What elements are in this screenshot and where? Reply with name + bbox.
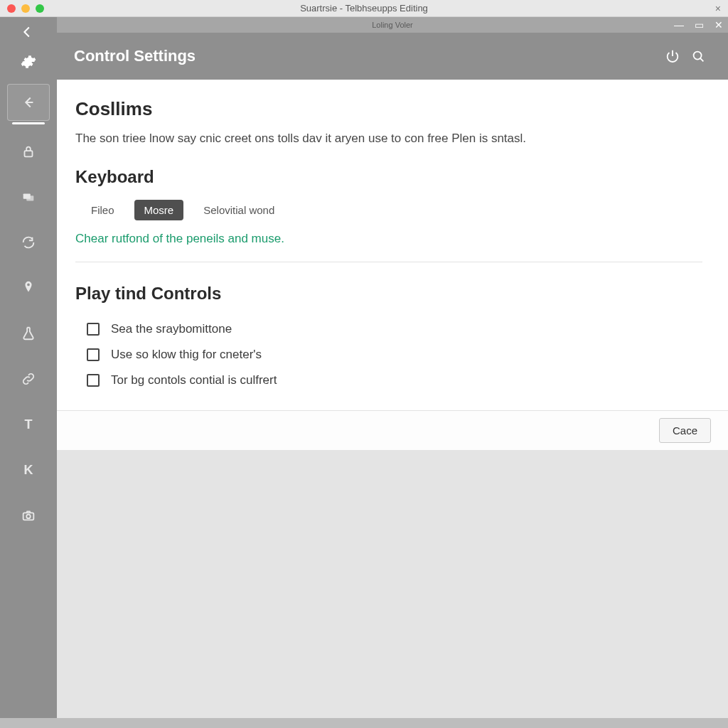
search-button[interactable] bbox=[685, 43, 711, 69]
sidebar-active-underline bbox=[12, 122, 45, 124]
section-keyboard-title: Keyboard bbox=[75, 167, 702, 187]
lock-icon bbox=[21, 144, 36, 159]
sidebar-item-letter-t[interactable]: T bbox=[7, 406, 50, 443]
window-close-button[interactable]: ✕ bbox=[714, 20, 724, 30]
content-scroll[interactable]: Cosllims The son triee lnow say cnic cre… bbox=[57, 80, 728, 410]
app-sub-title: Loling Voler bbox=[372, 21, 413, 29]
section-cosllims-desc: The son triee lnow say cnic creet ons to… bbox=[75, 130, 702, 147]
traffic-lights bbox=[7, 4, 44, 13]
window-minimize-button[interactable]: — bbox=[674, 20, 684, 30]
svg-rect-0 bbox=[25, 151, 33, 156]
check-row-2: Tor bg contols contial is culfrert bbox=[75, 368, 702, 393]
tab-fileo[interactable]: Fileo bbox=[81, 200, 124, 220]
sidebar-top-back-icon[interactable] bbox=[20, 24, 37, 41]
os-close-button[interactable]: × bbox=[715, 3, 721, 14]
svg-rect-2 bbox=[26, 196, 33, 200]
sidebar-item-back[interactable] bbox=[7, 84, 50, 121]
search-icon bbox=[690, 48, 706, 64]
checkbox-0[interactable] bbox=[87, 323, 100, 336]
sidebar-item-letter-k[interactable]: K bbox=[7, 451, 50, 488]
checkbox-1[interactable] bbox=[87, 348, 100, 361]
window-maximize-button[interactable]: ▭ bbox=[694, 20, 704, 30]
svg-point-4 bbox=[26, 515, 31, 519]
page-header: Control Settings bbox=[57, 33, 728, 80]
sidebar-item-cards[interactable] bbox=[7, 178, 50, 215]
sidebar: T K bbox=[0, 17, 57, 718]
app-sub-titlebar: Loling Voler — ▭ ✕ bbox=[57, 17, 728, 33]
traffic-minimize-icon[interactable] bbox=[21, 4, 30, 13]
sidebar-item-link[interactable] bbox=[7, 360, 50, 397]
os-titlebar: Suartrsie - Telbhseupps Editing × bbox=[0, 0, 728, 17]
divider bbox=[75, 262, 702, 262]
section-controls-title: Play tind Controls bbox=[75, 284, 702, 304]
keyboard-hint-text: Chear rutfond of the peneils and muse. bbox=[75, 232, 702, 246]
letter-t-icon: T bbox=[25, 417, 33, 432]
checkbox-2[interactable] bbox=[87, 374, 100, 387]
window-controls: — ▭ ✕ bbox=[674, 20, 724, 30]
link-icon bbox=[21, 371, 36, 387]
tab-mosre[interactable]: Mosre bbox=[134, 200, 184, 220]
checkbox-2-label: Tor bg contols contial is culfrert bbox=[111, 373, 277, 387]
gear-icon[interactable] bbox=[21, 54, 36, 73]
camera-icon bbox=[21, 508, 36, 523]
pin-icon bbox=[21, 280, 36, 296]
bottom-strip bbox=[0, 718, 728, 728]
arrow-left-icon bbox=[21, 95, 36, 110]
cancel-button[interactable]: Cace bbox=[659, 418, 711, 443]
checkbox-1-label: Use so klow thig for cneter's bbox=[111, 348, 262, 362]
os-window-title: Suartrsie - Telbhseupps Editing bbox=[0, 3, 728, 14]
section-cosllims-title: Cosllims bbox=[75, 98, 702, 120]
keyboard-tabs: Fileo Mosre Selovitial wond bbox=[75, 200, 702, 220]
power-icon bbox=[665, 48, 680, 64]
footer-bar: Cace bbox=[57, 410, 728, 450]
refresh-icon bbox=[21, 235, 36, 250]
check-row-0: Sea the sraybomittone bbox=[75, 316, 702, 342]
svg-point-5 bbox=[694, 52, 702, 60]
traffic-close-icon[interactable] bbox=[7, 4, 16, 13]
sidebar-item-pin[interactable] bbox=[7, 269, 50, 306]
sidebar-item-camera[interactable] bbox=[7, 497, 50, 534]
sidebar-item-flask[interactable] bbox=[7, 315, 50, 352]
traffic-maximize-icon[interactable] bbox=[36, 4, 44, 13]
flask-icon bbox=[21, 326, 36, 341]
cards-icon bbox=[21, 189, 36, 205]
power-button[interactable] bbox=[660, 43, 685, 69]
main-area: Control Settings Cosllims The son triee … bbox=[57, 33, 728, 450]
check-row-1: Use so klow thig for cneter's bbox=[75, 342, 702, 368]
sidebar-item-lock[interactable] bbox=[7, 133, 50, 170]
sidebar-item-refresh[interactable] bbox=[7, 224, 50, 261]
letter-k-icon: K bbox=[24, 463, 33, 478]
page-title: Control Settings bbox=[74, 47, 660, 65]
checkbox-0-label: Sea the sraybomittone bbox=[111, 322, 232, 336]
tab-selovitial[interactable]: Selovitial wond bbox=[193, 200, 284, 220]
